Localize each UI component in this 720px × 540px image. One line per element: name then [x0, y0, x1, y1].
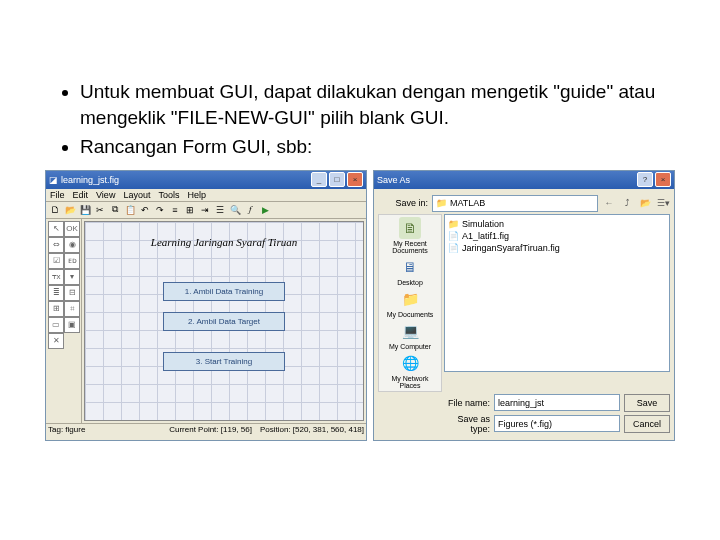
list-item[interactable]: 📄JaringanSyarafTiruan.fig — [448, 242, 666, 254]
listbox-tool-icon[interactable]: ≣ — [48, 285, 64, 301]
file-list[interactable]: 📁Simulation 📄A1_latif1.fig 📄JaringanSyar… — [444, 214, 670, 372]
save-type-label: Save as type: — [440, 414, 490, 434]
app-icon: ◪ — [49, 175, 58, 185]
desktop-icon: 🖥 — [399, 256, 421, 278]
new-icon[interactable]: 🗋 — [48, 203, 62, 217]
place-computer[interactable]: 💻 My Computer — [381, 320, 439, 350]
documents-icon: 📁 — [399, 288, 421, 310]
fig-file-icon: 📄 — [448, 231, 459, 241]
place-recent[interactable]: 🗎 My Recent Documents — [381, 217, 439, 254]
list-item[interactable]: 📁Simulation — [448, 218, 666, 230]
slider-tool-icon[interactable]: ⇔ — [48, 237, 64, 253]
network-icon: 🌐 — [399, 352, 421, 374]
tab-order-icon[interactable]: ⇥ — [198, 203, 212, 217]
panel-tool-icon[interactable]: ▭ — [48, 317, 64, 333]
pushbutton-tool-icon[interactable]: OK — [64, 221, 80, 237]
gui-button-2[interactable]: 2. Ambil Data Target — [163, 312, 285, 331]
place-network[interactable]: 🌐 My Network Places — [381, 352, 439, 389]
save-in-value: MATLAB — [450, 198, 485, 208]
save-in-label: Save in: — [378, 198, 428, 208]
new-folder-icon[interactable]: 📂 — [638, 196, 652, 210]
dialog-help-button[interactable]: ? — [637, 172, 653, 187]
m-file-icon[interactable]: 𝑓 — [243, 203, 257, 217]
recent-icon: 🗎 — [399, 217, 421, 239]
save-button[interactable]: Save — [624, 394, 670, 412]
open-icon[interactable]: 📂 — [63, 203, 77, 217]
cancel-button[interactable]: Cancel — [624, 415, 670, 433]
paste-icon[interactable]: 📋 — [123, 203, 137, 217]
design-canvas[interactable]: Learning Jaringan Syaraf Tiruan 1. Ambil… — [84, 221, 364, 421]
views-icon[interactable]: ☰▾ — [656, 196, 670, 210]
axes-tool-icon[interactable]: ⌗ — [64, 301, 80, 317]
gui-button-1[interactable]: 1. Ambil Data Training — [163, 282, 285, 301]
status-point: Current Point: [119, 56] — [169, 425, 252, 434]
window-title: learning_jst.fig — [61, 175, 119, 185]
menu-layout[interactable]: Layout — [123, 190, 150, 200]
run-icon[interactable]: ▶ — [258, 203, 272, 217]
buttongroup-tool-icon[interactable]: ▣ — [64, 317, 80, 333]
save-icon[interactable]: 💾 — [78, 203, 92, 217]
menu-help[interactable]: Help — [187, 190, 206, 200]
fig-file-icon: 📄 — [448, 243, 459, 253]
status-position: Position: [520, 381, 560, 418] — [260, 425, 364, 434]
text-tool-icon[interactable]: ᴛx — [48, 269, 64, 285]
save-in-combo[interactable]: 📁 MATLAB — [432, 195, 598, 212]
menu-bar: File Edit View Layout Tools Help — [46, 189, 366, 202]
gui-button-3[interactable]: 3. Start Training — [163, 352, 285, 371]
status-bar: Tag: figure Current Point: [119, 56] Pos… — [46, 423, 366, 435]
places-bar: 🗎 My Recent Documents 🖥 Desktop 📁 My Doc… — [378, 214, 442, 392]
editor-titlebar[interactable]: ◪ learning_jst.fig _ □ × — [46, 171, 366, 189]
redo-icon[interactable]: ↷ — [153, 203, 167, 217]
minimize-button[interactable]: _ — [311, 172, 327, 187]
guide-editor-window: ◪ learning_jst.fig _ □ × File Edit View … — [45, 170, 367, 441]
dialog-titlebar[interactable]: Save As ? × — [374, 171, 674, 189]
activex-tool-icon[interactable]: ✕ — [48, 333, 64, 349]
place-documents[interactable]: 📁 My Documents — [381, 288, 439, 318]
up-folder-icon[interactable]: ⤴ — [620, 196, 634, 210]
menu-edit[interactable]: Edit — [73, 190, 89, 200]
bullet-1: Untuk membuat GUI, dapat dilakukan denga… — [80, 79, 680, 130]
folder-icon: 📁 — [448, 219, 459, 229]
menu-editor-icon[interactable]: ☰ — [213, 203, 227, 217]
component-palette: ↖ OK ⇔ ◉ ☑ ᴇᴅ ᴛx ▾ ≣ ⊟ ⊞ ⌗ ▭ ▣ ✕ — [46, 219, 82, 423]
edit-tool-icon[interactable]: ᴇᴅ — [64, 253, 80, 269]
dialog-close-button[interactable]: × — [655, 172, 671, 187]
maximize-button[interactable]: □ — [329, 172, 345, 187]
menu-file[interactable]: File — [50, 190, 65, 200]
select-tool-icon[interactable]: ↖ — [48, 221, 64, 237]
close-button[interactable]: × — [347, 172, 363, 187]
save-as-dialog: Save As ? × Save in: 📁 MATLAB ← ⤴ 📂 ☰▾ — [373, 170, 675, 441]
list-item[interactable]: 📄A1_latif1.fig — [448, 230, 666, 242]
file-name-label: File name: — [440, 398, 490, 408]
inspector-icon[interactable]: 🔍 — [228, 203, 242, 217]
grid-icon[interactable]: ⊞ — [183, 203, 197, 217]
file-name-input[interactable]: learning_jst — [494, 394, 620, 411]
computer-icon: 💻 — [399, 320, 421, 342]
bullet-2: Rancangan Form GUI, sbb: — [80, 134, 680, 160]
checkbox-tool-icon[interactable]: ☑ — [48, 253, 64, 269]
radio-tool-icon[interactable]: ◉ — [64, 237, 80, 253]
align-icon[interactable]: ≡ — [168, 203, 182, 217]
folder-icon: 📁 — [436, 198, 447, 208]
editor-toolbar: 🗋 📂 💾 ✂ ⧉ 📋 ↶ ↷ ≡ ⊞ ⇥ ☰ 🔍 𝑓 ▶ — [46, 202, 366, 219]
table-tool-icon[interactable]: ⊞ — [48, 301, 64, 317]
dialog-title: Save As — [377, 175, 410, 185]
menu-view[interactable]: View — [96, 190, 115, 200]
save-type-combo[interactable]: Figures (*.fig) — [494, 415, 620, 432]
toggle-tool-icon[interactable]: ⊟ — [64, 285, 80, 301]
form-title: Learning Jaringan Syaraf Tiruan — [85, 236, 363, 248]
place-desktop[interactable]: 🖥 Desktop — [381, 256, 439, 286]
menu-tools[interactable]: Tools — [158, 190, 179, 200]
undo-icon[interactable]: ↶ — [138, 203, 152, 217]
back-icon[interactable]: ← — [602, 196, 616, 210]
bullet-list: Untuk membuat GUI, dapat dilakukan denga… — [40, 79, 680, 160]
popup-tool-icon[interactable]: ▾ — [64, 269, 80, 285]
copy-icon[interactable]: ⧉ — [108, 203, 122, 217]
cut-icon[interactable]: ✂ — [93, 203, 107, 217]
status-tag: Tag: figure — [48, 425, 85, 434]
